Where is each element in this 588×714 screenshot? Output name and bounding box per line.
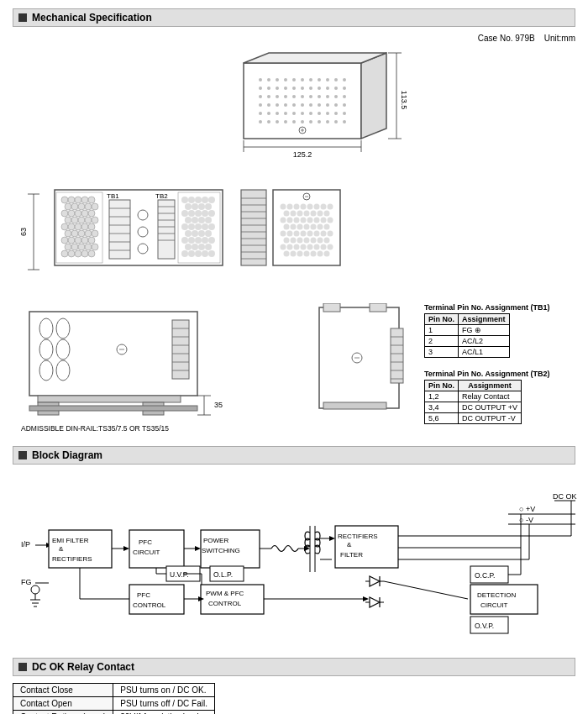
svg-rect-137 bbox=[158, 200, 175, 259]
svg-rect-287 bbox=[323, 303, 340, 312]
width-dim: 125.2 bbox=[293, 150, 312, 159]
svg-text:O.V.P.: O.V.P. bbox=[475, 622, 494, 630]
svg-point-121 bbox=[85, 244, 92, 250]
svg-point-235 bbox=[318, 238, 323, 244]
svg-point-83 bbox=[61, 197, 68, 203]
svg-point-230 bbox=[284, 238, 290, 244]
svg-point-84 bbox=[68, 197, 75, 203]
svg-line-357 bbox=[384, 581, 468, 599]
svg-text:CONTROL: CONTROL bbox=[208, 600, 242, 607]
svg-point-7 bbox=[292, 78, 296, 81]
svg-rect-272 bbox=[172, 320, 189, 379]
svg-point-112 bbox=[92, 230, 98, 237]
svg-rect-298 bbox=[323, 402, 386, 409]
svg-point-154 bbox=[192, 203, 198, 210]
svg-point-37 bbox=[267, 103, 270, 107]
svg-point-215 bbox=[284, 224, 290, 230]
header-square-relay bbox=[18, 663, 27, 671]
svg-point-5 bbox=[276, 78, 279, 81]
svg-text:O.C.P.: O.C.P. bbox=[475, 571, 495, 580]
svg-point-119 bbox=[71, 244, 78, 250]
svg-point-204 bbox=[311, 211, 317, 217]
svg-point-25 bbox=[259, 95, 262, 98]
svg-point-150 bbox=[195, 197, 202, 203]
terminal-tb2: Terminal Pin No. Assignment (TB2) Pin No… bbox=[424, 370, 575, 424]
table-row: Contact OpenPSU turns off / DC Fail. bbox=[13, 697, 215, 711]
svg-point-219 bbox=[311, 224, 317, 230]
svg-point-127 bbox=[88, 250, 95, 257]
svg-point-184 bbox=[181, 250, 188, 257]
top-view-svg: 113.5 125.2 bbox=[168, 46, 420, 181]
relay-contact-title: DC OK Relay Contact bbox=[32, 661, 134, 673]
case-info-row: Case No. 979B Unit:mm bbox=[13, 34, 575, 43]
height-dim: 113.5 bbox=[400, 91, 408, 110]
svg-point-224 bbox=[294, 231, 300, 237]
svg-point-8 bbox=[301, 78, 304, 81]
svg-point-39 bbox=[284, 103, 287, 107]
vpos-label: ○ +V bbox=[519, 505, 535, 513]
svg-point-54 bbox=[318, 112, 321, 115]
svg-point-118 bbox=[65, 244, 71, 250]
svg-point-15 bbox=[267, 87, 270, 90]
front-detail-svg bbox=[315, 303, 416, 421]
svg-point-49 bbox=[276, 112, 279, 115]
svg-point-93 bbox=[61, 210, 68, 217]
relay-contact-table: Contact ClosePSU turns on / DC OK.Contac… bbox=[13, 683, 215, 714]
svg-point-160 bbox=[202, 210, 208, 217]
svg-point-88 bbox=[65, 203, 71, 210]
svg-point-95 bbox=[75, 210, 81, 217]
svg-rect-252 bbox=[241, 190, 266, 265]
svg-point-98 bbox=[65, 217, 71, 223]
svg-point-201 bbox=[291, 211, 297, 217]
svg-point-240 bbox=[301, 244, 307, 250]
svg-point-62 bbox=[292, 120, 296, 123]
svg-point-23 bbox=[334, 87, 338, 90]
svg-point-198 bbox=[321, 204, 327, 210]
svg-point-90 bbox=[78, 203, 85, 210]
svg-point-51 bbox=[292, 112, 296, 115]
svg-point-212 bbox=[314, 218, 320, 223]
svg-point-6 bbox=[284, 78, 287, 81]
svg-point-149 bbox=[188, 197, 195, 203]
svg-point-243 bbox=[321, 244, 327, 250]
svg-point-208 bbox=[287, 218, 293, 223]
svg-point-152 bbox=[208, 197, 215, 203]
svg-point-40 bbox=[292, 103, 296, 107]
svg-point-239 bbox=[294, 244, 300, 250]
din-dim: 35 bbox=[214, 401, 223, 409]
svg-point-161 bbox=[208, 210, 215, 217]
svg-point-185 bbox=[188, 250, 195, 257]
svg-point-211 bbox=[307, 218, 313, 223]
svg-rect-364 bbox=[129, 585, 184, 614]
svg-point-157 bbox=[181, 210, 188, 217]
svg-point-99 bbox=[71, 217, 78, 223]
dc-ok-label: DC OK bbox=[553, 492, 577, 501]
svg-point-244 bbox=[328, 244, 333, 250]
svg-point-42 bbox=[309, 103, 312, 107]
svg-point-166 bbox=[181, 223, 188, 230]
svg-point-245 bbox=[284, 251, 290, 257]
svg-point-231 bbox=[291, 238, 297, 244]
svg-point-122 bbox=[92, 244, 98, 250]
svg-point-199 bbox=[328, 204, 333, 210]
table-row: Contact ClosePSU turns on / DC OK. bbox=[13, 684, 215, 697]
svg-rect-279 bbox=[38, 396, 181, 402]
svg-point-46 bbox=[343, 103, 346, 107]
svg-point-100 bbox=[78, 217, 85, 223]
din-rail-view: 35 ADMISSIBLE DIN-RAIL:TS35/7.5 OR TS35/… bbox=[13, 303, 307, 438]
svg-text:TB1: TB1 bbox=[107, 192, 119, 200]
svg-point-53 bbox=[309, 112, 312, 115]
svg-point-176 bbox=[188, 237, 195, 244]
block-diagram-svg: I/P FG EMI FILTER & RECTIFIERS PFC CIRCU… bbox=[17, 475, 580, 643]
svg-point-165 bbox=[205, 217, 212, 223]
svg-point-238 bbox=[287, 244, 293, 250]
svg-point-242 bbox=[314, 244, 320, 250]
svg-point-19 bbox=[301, 87, 304, 90]
svg-point-3 bbox=[259, 78, 262, 81]
svg-point-233 bbox=[304, 238, 310, 244]
svg-rect-282 bbox=[29, 406, 197, 411]
svg-point-57 bbox=[343, 112, 346, 115]
svg-point-91 bbox=[85, 203, 92, 210]
din-rail-label: ADMISSIBLE DIN-RAIL:TS35/7.5 OR TS35/15 bbox=[21, 424, 169, 433]
svg-text:DETECTION: DETECTION bbox=[477, 591, 516, 599]
